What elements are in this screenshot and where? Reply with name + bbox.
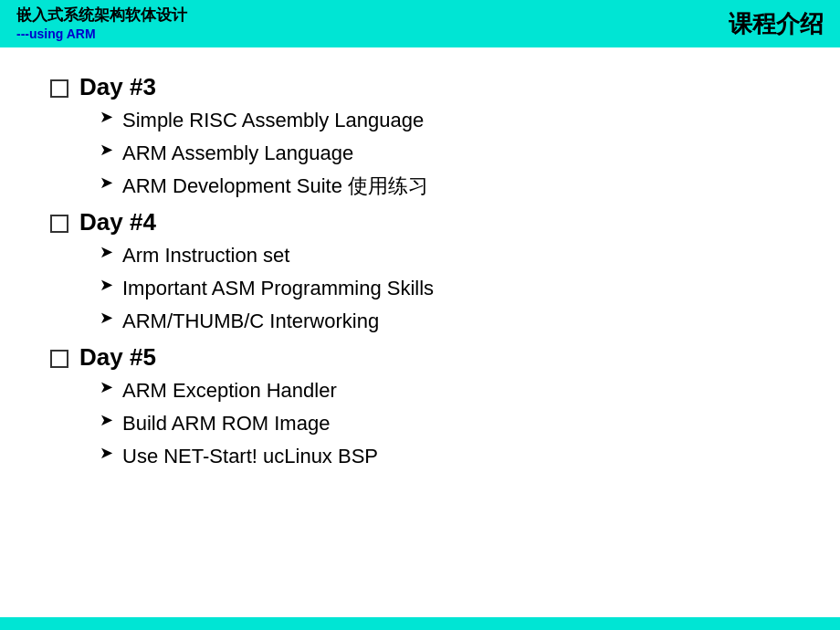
list-item-text: ARM/THUMB/C Interworking bbox=[122, 306, 379, 336]
list-item-text: ARM Assembly Language bbox=[122, 138, 353, 168]
main-content: Day #3➤Simple RISC Assembly Language➤ARM… bbox=[0, 47, 840, 617]
arrow-right-icon: ➤ bbox=[100, 408, 113, 433]
list-item: ➤ARM/THUMB/C Interworking bbox=[100, 306, 790, 336]
page-footer bbox=[0, 617, 840, 630]
course-label: 课程介绍 bbox=[729, 8, 824, 40]
list-item-text: ARM Development Suite 使用练习 bbox=[122, 171, 428, 201]
sub-items-day3: ➤Simple RISC Assembly Language➤ARM Assem… bbox=[100, 105, 790, 201]
sub-items-day5: ➤ARM Exception Handler➤Build ARM ROM Ima… bbox=[100, 375, 790, 471]
list-item: ➤ARM Assembly Language bbox=[100, 138, 790, 168]
list-item: ➤ARM Exception Handler bbox=[100, 375, 790, 405]
page-header: 嵌入式系统架构软体设计 ---using ARM 课程介绍 bbox=[0, 0, 840, 47]
arrow-right-icon: ➤ bbox=[100, 306, 113, 331]
sub-items-day4: ➤Arm Instruction set➤Important ASM Progr… bbox=[100, 240, 790, 336]
arrow-right-icon: ➤ bbox=[100, 171, 113, 195]
header-subtitle: ---using ARM bbox=[16, 26, 187, 42]
list-item-text: ARM Exception Handler bbox=[122, 375, 337, 405]
list-item-text: Use NET-Start! ucLinux BSP bbox=[122, 441, 378, 471]
list-item-text: Arm Instruction set bbox=[122, 240, 289, 270]
day-section-day4: Day #4➤Arm Instruction set➤Important ASM… bbox=[50, 208, 790, 336]
list-item: ➤ARM Development Suite 使用练习 bbox=[100, 171, 790, 201]
checkbox-icon-day4 bbox=[50, 215, 68, 233]
arrow-right-icon: ➤ bbox=[100, 441, 113, 466]
day-header-day4: Day #4 bbox=[50, 208, 790, 236]
arrow-right-icon: ➤ bbox=[100, 105, 113, 130]
arrow-right-icon: ➤ bbox=[100, 273, 113, 298]
day-section-day3: Day #3➤Simple RISC Assembly Language➤ARM… bbox=[50, 73, 790, 201]
checkbox-icon-day3 bbox=[50, 79, 68, 98]
checkbox-icon-day5 bbox=[50, 350, 68, 368]
header-left: 嵌入式系统架构软体设计 ---using ARM bbox=[16, 5, 187, 42]
list-item: ➤Arm Instruction set bbox=[100, 240, 790, 270]
day-header-day5: Day #5 bbox=[50, 343, 790, 372]
list-item-text: Build ARM ROM Image bbox=[122, 408, 330, 438]
day-section-day5: Day #5➤ARM Exception Handler➤Build ARM R… bbox=[50, 343, 790, 471]
arrow-right-icon: ➤ bbox=[100, 240, 113, 265]
day-label-day5: Day #5 bbox=[79, 343, 156, 372]
list-item-text: Important ASM Programming Skills bbox=[122, 273, 434, 303]
header-title-chinese: 嵌入式系统架构软体设计 bbox=[16, 5, 187, 26]
day-label-day4: Day #4 bbox=[79, 208, 156, 236]
list-item: ➤Use NET-Start! ucLinux BSP bbox=[100, 441, 790, 471]
list-item: ➤Important ASM Programming Skills bbox=[100, 273, 790, 303]
arrow-right-icon: ➤ bbox=[100, 138, 113, 163]
day-header-day3: Day #3 bbox=[50, 73, 790, 101]
list-item: ➤Simple RISC Assembly Language bbox=[100, 105, 790, 135]
arrow-right-icon: ➤ bbox=[100, 375, 113, 400]
list-item-text: Simple RISC Assembly Language bbox=[122, 105, 424, 135]
list-item: ➤Build ARM ROM Image bbox=[100, 408, 790, 438]
day-label-day3: Day #3 bbox=[79, 73, 156, 101]
